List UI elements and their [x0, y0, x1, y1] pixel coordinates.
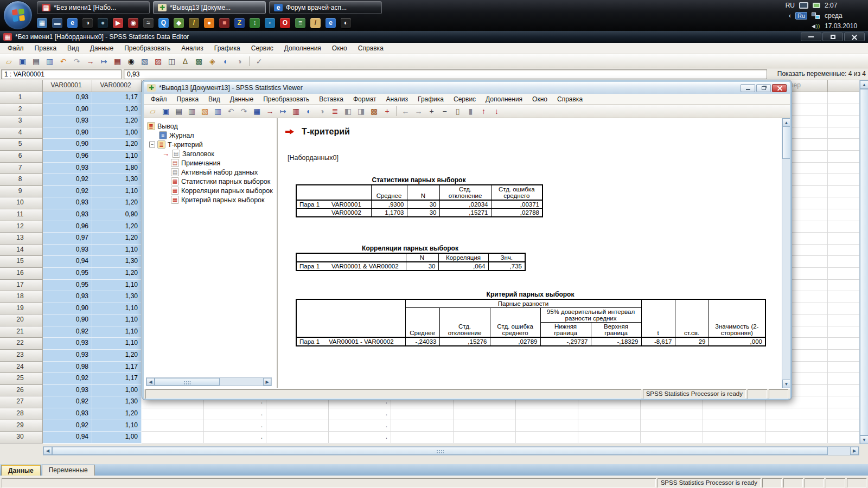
spell-check-icon[interactable]: ✓ — [253, 56, 265, 66]
data-cell[interactable]: 0,92 — [43, 326, 92, 338]
open-icon[interactable]: ▱ — [147, 106, 158, 117]
use-variable-sets-icon[interactable]: ◐ — [220, 56, 232, 66]
show-desktop-icon[interactable]: ▬ — [52, 18, 62, 28]
show-item-icon[interactable]: ▯ — [452, 106, 463, 117]
empty-cell[interactable] — [641, 408, 703, 420]
tree-item-Статистики парных выборок[interactable]: ▦Статистики парных выборок — [145, 177, 276, 186]
start-button[interactable] — [3, 1, 33, 30]
editor-menu-Графика[interactable]: Графика — [209, 43, 246, 53]
row-header[interactable]: 28 — [0, 408, 43, 420]
row-header[interactable]: 3 — [0, 115, 43, 127]
data-cell[interactable]: 0,92 — [43, 420, 92, 432]
data-cell[interactable]: 1,10 — [92, 326, 142, 338]
select-cases-icon[interactable]: ▩ — [193, 56, 205, 66]
data-cell[interactable]: 1,20 — [92, 221, 142, 233]
promote-output-icon[interactable]: ↑ — [478, 106, 489, 117]
goto-data-icon[interactable]: ▦ — [251, 106, 263, 117]
empty-cell[interactable] — [828, 151, 859, 163]
empty-cell[interactable] — [828, 115, 859, 127]
data-cell[interactable]: 0,97 — [43, 233, 92, 245]
data-cell[interactable]: 0,98 — [43, 362, 92, 374]
empty-cell[interactable] — [828, 314, 859, 326]
data-cell[interactable]: 1,00 — [92, 385, 142, 397]
tree-item-Заголовок[interactable]: →▤Заголовок — [145, 149, 276, 158]
empty-cell[interactable] — [641, 420, 703, 432]
empty-cell[interactable] — [828, 291, 859, 303]
collapse-icon[interactable]: − — [439, 106, 450, 117]
column-header-VAR00001[interactable]: VAR00001 — [43, 80, 92, 92]
row-header[interactable]: 8 — [0, 174, 43, 186]
recall-dialogs-icon[interactable]: ▥ — [212, 106, 224, 117]
print-icon[interactable]: ▤ — [30, 56, 42, 66]
scroll-down-icon[interactable]: ▼ — [860, 435, 868, 444]
data-cell[interactable]: 1,00 — [92, 127, 142, 139]
viewer-menu-Окно[interactable]: Окно — [527, 95, 552, 104]
export-icon[interactable]: ▧ — [199, 106, 210, 117]
data-cell[interactable]: 1,20 — [92, 233, 142, 245]
data-cell[interactable]: 1,17 — [92, 373, 142, 385]
empty-cell[interactable]: . — [204, 432, 266, 444]
row-header[interactable]: 19 — [0, 303, 43, 315]
paired-samples-test-table[interactable]: Парные разностиtст.св.Значимость (2-стор… — [296, 299, 766, 346]
data-cell[interactable]: 0,96 — [43, 221, 92, 233]
nero-icon[interactable]: ◉ — [128, 18, 138, 28]
data-cell[interactable]: 0,92 — [43, 174, 92, 186]
data-cell[interactable]: 1,20 — [92, 139, 142, 151]
tab-Переменные[interactable]: Переменные — [42, 465, 95, 476]
data-cell[interactable]: 0,93 — [43, 197, 92, 209]
goto-variable-icon[interactable]: ↦ — [277, 106, 289, 117]
row-header[interactable]: 16 — [0, 268, 43, 280]
data-cell[interactable]: 0,94 — [43, 432, 92, 444]
data-cell[interactable]: 1,20 — [92, 115, 142, 127]
data-cell[interactable]: 1,30 — [92, 174, 142, 186]
viewer-menu-Анализ[interactable]: Анализ — [381, 95, 413, 104]
browser-dark-icon[interactable]: ◑ — [82, 18, 93, 28]
viewer-menu-Файл[interactable]: Файл — [146, 95, 172, 104]
empty-cell[interactable] — [828, 92, 859, 104]
row-header[interactable]: 30 — [0, 432, 43, 444]
data-cell[interactable]: 0,95 — [43, 280, 92, 292]
viewer-minimize-button[interactable] — [741, 84, 755, 92]
editor-menu-Анализ[interactable]: Анализ — [176, 43, 209, 53]
viewer-menu-Правка[interactable]: Правка — [172, 95, 204, 104]
empty-cell[interactable] — [454, 408, 516, 420]
pencil-tag-icon[interactable]: / — [310, 18, 321, 28]
notes-app-icon[interactable]: ≡ — [295, 18, 305, 28]
editor-menu-Преобразовать[interactable]: Преобразовать — [119, 43, 176, 53]
empty-cell[interactable] — [828, 221, 859, 233]
empty-cell[interactable] — [765, 432, 828, 444]
tree-item-Т-критерий[interactable]: −≣Т-критерий — [145, 140, 276, 149]
expand-icon[interactable]: + — [426, 106, 437, 117]
viewer-close-button[interactable] — [772, 84, 787, 92]
tab-Данные[interactable]: Данные — [1, 465, 41, 476]
editor-titlebar[interactable]: ▦ *Без имени1 [Наборданных0] - SPSS Stat… — [0, 31, 868, 43]
cell-reference[interactable]: 1 : VAR00001 — [1, 69, 122, 79]
empty-cell[interactable] — [828, 186, 859, 198]
switch-windows-icon[interactable]: ▦ — [37, 18, 47, 28]
variables-icon[interactable]: ▥ — [290, 106, 302, 117]
language-indicator[interactable]: RU — [786, 2, 795, 9]
export-charts-icon[interactable]: ▩ — [368, 106, 380, 117]
network-icon[interactable] — [812, 12, 820, 19]
row-header[interactable]: 20 — [0, 314, 43, 326]
data-cell[interactable]: 0,93 — [43, 115, 92, 127]
game-ball-icon[interactable]: ◐ — [341, 18, 351, 28]
empty-cell[interactable] — [142, 420, 204, 432]
data-cell[interactable]: 1,10 — [92, 280, 142, 292]
data-cell[interactable]: 1,10 — [92, 420, 142, 432]
empty-cell[interactable] — [828, 233, 859, 245]
data-cell[interactable]: 0,93 — [43, 291, 92, 303]
empty-cell[interactable]: . — [204, 420, 266, 432]
editor-menu-Справка[interactable]: Справка — [353, 43, 389, 53]
empty-cell[interactable] — [828, 104, 859, 116]
row-header[interactable]: 6 — [0, 151, 43, 163]
viewer-restore-button[interactable] — [756, 84, 771, 92]
back-icon[interactable]: ← — [400, 106, 411, 117]
designate-window-icon[interactable]: ◨ — [355, 106, 367, 117]
editor-menu-Сервис[interactable]: Сервис — [246, 43, 279, 53]
volume-icon[interactable]: )) — [812, 23, 820, 29]
scroll-left-icon[interactable]: ◀ — [146, 378, 155, 386]
row-header[interactable]: 1 — [0, 92, 43, 104]
data-cell[interactable]: 1,80 — [92, 163, 142, 175]
editor-menu-Правка[interactable]: Правка — [29, 43, 62, 53]
